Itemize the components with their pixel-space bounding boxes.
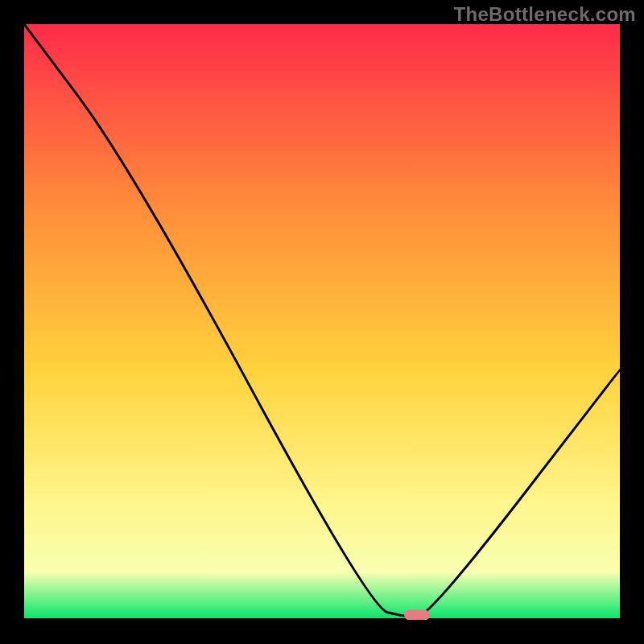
plot-area [24, 24, 620, 620]
bottleneck-curve-path [24, 24, 620, 617]
watermark-text: TheBottleneck.com [454, 3, 636, 26]
bottleneck-curve-svg [24, 24, 620, 620]
optimal-marker [404, 610, 430, 620]
chart-frame: TheBottleneck.com [0, 0, 644, 644]
